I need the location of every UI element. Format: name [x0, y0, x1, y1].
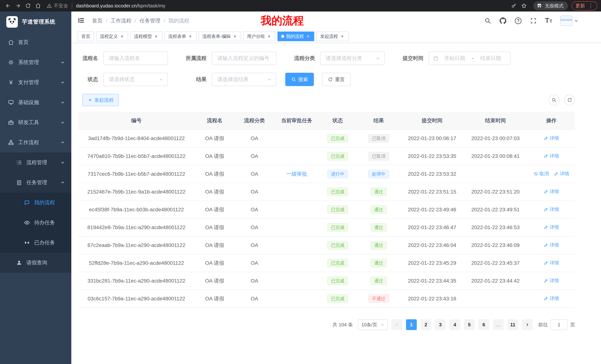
detail-link[interactable]: 详情: [544, 242, 559, 248]
gear-icon: [8, 59, 14, 66]
detail-link[interactable]: 详情: [544, 135, 559, 141]
app-logo[interactable]: 芋道管理系统: [0, 11, 71, 32]
col-current-task: 当前审批任务: [274, 112, 319, 130]
password-key-icon[interactable]: [510, 1, 518, 10]
pager-page-6[interactable]: 6: [478, 319, 489, 330]
end-date-placeholder[interactable]: 结束日期: [475, 55, 506, 62]
forward-button[interactable]: [14, 1, 22, 10]
submit-time: 2022-01-22 23:53:35: [401, 147, 463, 165]
sidebar-item-todo-tasks[interactable]: 待办任务: [0, 213, 71, 233]
security-warning[interactable]: 不安全: [47, 3, 68, 9]
menu-dots-icon[interactable]: ⋮: [588, 3, 594, 9]
goto-page-input[interactable]: [551, 319, 568, 330]
detail-link[interactable]: 详情: [544, 278, 559, 284]
action-label: 取消: [540, 171, 549, 177]
user-avatar[interactable]: [560, 16, 579, 26]
tab-process-definition[interactable]: 流程定义: [96, 31, 128, 41]
next-page-button[interactable]: [522, 319, 533, 330]
pager-ellipsis[interactable]: ...: [493, 319, 504, 330]
pager-page-4[interactable]: 4: [450, 319, 460, 330]
start-date-placeholder[interactable]: 开始日期: [440, 55, 470, 62]
process-key-input[interactable]: [212, 52, 276, 65]
sidebar-item-process-mgmt[interactable]: 流程管理: [0, 153, 71, 172]
result-cell: 通过: [356, 219, 401, 236]
pager-page-1[interactable]: 1: [406, 319, 417, 330]
sidebar-item-leave-query[interactable]: 请假查询: [0, 253, 71, 273]
address-bar[interactable]: 不安全 dashboard.yudao.iocoder.cn/bpm/task/…: [47, 3, 165, 9]
pager-page-2[interactable]: 2: [421, 319, 431, 330]
pager-page-5[interactable]: 5: [464, 319, 475, 330]
close-icon[interactable]: [232, 34, 237, 39]
search-button[interactable]: 搜索: [285, 73, 314, 86]
tab-process-form-edit[interactable]: 流程表单-编辑: [199, 31, 241, 41]
reload-button[interactable]: [24, 1, 32, 10]
sidebar-item-infrastructure[interactable]: 基础设施: [0, 92, 71, 112]
home-button[interactable]: [34, 1, 42, 10]
search-icon[interactable]: [484, 17, 491, 25]
github-icon[interactable]: [499, 17, 507, 25]
detail-link[interactable]: 详情: [544, 153, 559, 159]
detail-link[interactable]: 详情: [544, 206, 559, 212]
close-icon[interactable]: [120, 34, 124, 39]
detail-link[interactable]: 详情: [544, 295, 559, 301]
update-button[interactable]: 更新 ⋮: [572, 1, 597, 10]
page-size-select[interactable]: 10条/页: [358, 319, 388, 330]
filter-process-name: 流程名: [82, 52, 168, 65]
create-process-button[interactable]: 发起流程: [82, 94, 119, 106]
cancel-link[interactable]: 取消: [534, 171, 549, 177]
help-icon[interactable]: ?: [514, 17, 522, 25]
submit-time-range-picker[interactable]: 开始日期 - 结束日期: [429, 52, 510, 65]
refresh-table-button[interactable]: [564, 95, 575, 105]
toggle-search-button[interactable]: [549, 95, 559, 105]
submit-time-label: 提交时间: [403, 55, 423, 62]
tab-my-process[interactable]: 我的流程: [278, 31, 314, 41]
sidebar-item-my-process[interactable]: 我的流程: [0, 192, 71, 213]
tab-home[interactable]: 首页: [78, 31, 94, 41]
back-button[interactable]: [4, 1, 12, 10]
detail-link[interactable]: 详情: [544, 189, 559, 195]
close-icon[interactable]: [267, 34, 271, 39]
sidebar-item-dev-tools[interactable]: 研发工具: [0, 112, 71, 133]
incognito-badge: 无痕模式: [533, 1, 568, 10]
prev-page-button[interactable]: [391, 319, 402, 330]
breadcrumb-home[interactable]: 首页: [92, 17, 102, 24]
detail-link[interactable]: 详情: [544, 224, 559, 230]
sidebar-item-done-tasks[interactable]: 已办任务: [0, 233, 71, 253]
close-icon[interactable]: [306, 34, 311, 39]
status-tag: 已完成: [327, 294, 348, 303]
reset-button[interactable]: 重置: [322, 73, 351, 86]
sidebar-item-task-mgmt[interactable]: 任务管理: [0, 172, 71, 192]
submit-time: 2022-01-22 23:51:15: [401, 183, 463, 201]
bookmark-star-icon[interactable]: [520, 1, 528, 10]
current-task-link[interactable]: 一级审批: [286, 171, 307, 177]
category-select[interactable]: 请选择流程分类: [320, 52, 385, 65]
pager-page-11[interactable]: 11: [507, 319, 518, 330]
sidebar-item-payment[interactable]: ¥支付管理: [0, 72, 71, 92]
goto-label: 前往: [538, 322, 548, 328]
breadcrumb-task-mgmt[interactable]: 任务管理: [140, 17, 160, 24]
pager-page-3[interactable]: 3: [435, 319, 446, 330]
sidebar-item-system[interactable]: 系统管理: [0, 52, 71, 72]
result-select[interactable]: 请选择流结果: [212, 73, 276, 86]
chevron-down-icon: [60, 120, 65, 125]
detail-link[interactable]: 详情: [554, 171, 569, 177]
breadcrumb-workflow[interactable]: 工作流程: [111, 17, 131, 24]
font-size-icon[interactable]: TT: [545, 17, 552, 25]
tab-start-process[interactable]: 发起流程: [316, 31, 348, 41]
tab-process-form[interactable]: 流程表单: [165, 31, 197, 41]
sidebar-item-workflow[interactable]: 工作流程: [0, 133, 71, 153]
close-icon[interactable]: [154, 34, 159, 39]
hamburger-menu-icon[interactable]: [78, 17, 85, 25]
fullscreen-icon[interactable]: [530, 17, 537, 25]
close-icon[interactable]: [188, 34, 193, 39]
edit-icon: [544, 243, 548, 247]
detail-link[interactable]: 详情: [544, 260, 559, 266]
sidebar-item-home[interactable]: 首页: [0, 32, 71, 52]
filter-submit-time: 提交时间 开始日期 - 结束日期: [403, 52, 510, 65]
goto-page: 前往 页: [538, 319, 575, 330]
status-select[interactable]: 请选择状态: [103, 73, 168, 86]
tab-process-model[interactable]: 流程模型: [130, 31, 162, 41]
process-name-input[interactable]: [103, 52, 168, 65]
tab-user-group[interactable]: 用户分组: [243, 31, 275, 41]
close-icon[interactable]: [340, 34, 345, 39]
